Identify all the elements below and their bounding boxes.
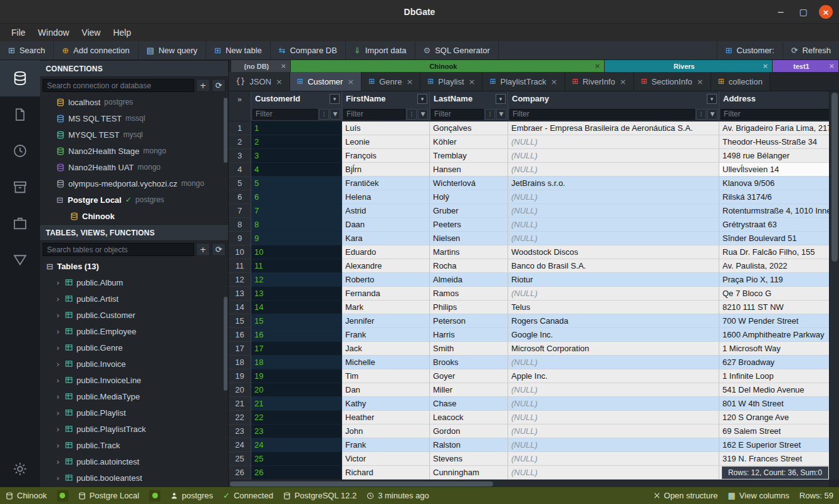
cell-address[interactable]: 319 N. Frances Street [719, 452, 829, 466]
column-dropdown-icon[interactable]: ▾ [496, 94, 506, 104]
row-number[interactable]: 21 [229, 397, 251, 411]
cell-company[interactable]: (NULL) [508, 190, 719, 204]
cell-address[interactable]: Theodor-Heuss-Straße 34 [719, 135, 829, 149]
filter-funnel-icon[interactable]: ▼ [330, 109, 340, 120]
cell-last-name[interactable]: Hansen [430, 163, 508, 177]
table-item[interactable]: › public.Album [40, 274, 228, 291]
table-item[interactable]: › public.InvoiceLine [40, 372, 228, 388]
vertical-scrollbar[interactable] [829, 91, 839, 480]
cell-address[interactable]: Rotenturmstraße 4, 1010 Innere Stadt [719, 204, 829, 218]
cell-address[interactable]: 801 W 4th Street [719, 397, 829, 411]
cell-last-name[interactable]: Chase [430, 397, 508, 411]
cell-company[interactable]: (NULL) [508, 452, 719, 466]
cell-address[interactable]: Qe 7 Bloco G [719, 287, 829, 301]
row-number[interactable]: 25 [229, 452, 251, 466]
toolbar-button[interactable]: ⊕ Add connection [54, 41, 138, 59]
filter-input[interactable] [509, 109, 695, 120]
cell-last-name[interactable]: Tremblay [430, 149, 508, 163]
tab-group[interactable]: Chinook × [291, 60, 604, 72]
cell-first-name[interactable]: Leonie [342, 135, 430, 149]
cell-first-name[interactable]: Michelle [342, 356, 430, 369]
table-item[interactable]: › public.Customer [40, 307, 228, 323]
filter-icon[interactable] [0, 242, 40, 278]
add-table-plus-icon[interactable]: + [196, 243, 210, 256]
cell-customer-id[interactable]: 26 [251, 466, 342, 480]
row-number[interactable]: 24 [229, 438, 251, 452]
filter-input[interactable] [721, 109, 829, 120]
row-number[interactable]: 18 [229, 356, 251, 369]
chevron-right-icon[interactable]: › [56, 424, 61, 434]
row-number[interactable]: 20 [229, 383, 251, 397]
cell-address[interactable]: 1600 Amphitheatre Parkway [719, 328, 829, 342]
add-connection-plus-icon[interactable]: + [196, 79, 210, 92]
cell-company[interactable]: (NULL) [508, 424, 719, 438]
chevron-right-icon[interactable]: › [56, 278, 61, 287]
table-item[interactable]: › public.MediaType [40, 388, 228, 404]
cell-company[interactable]: Microsoft Corporation [508, 342, 719, 356]
cell-last-name[interactable]: Gonçalves [430, 121, 508, 135]
table-item[interactable]: › public.Genre [40, 339, 228, 356]
cell-last-name[interactable]: Holý [430, 190, 508, 204]
cell-first-name[interactable]: Daan [342, 218, 430, 232]
tables-scrollbar[interactable] [224, 297, 227, 391]
cell-company[interactable]: Riotur [508, 273, 719, 287]
table-item[interactable]: › public.PlaylistTrack [40, 421, 228, 437]
cell-first-name[interactable]: Frank [342, 328, 430, 342]
cell-company[interactable]: Telus [508, 301, 719, 314]
cell-address[interactable]: 627 Broadway [719, 356, 829, 369]
cell-customer-id[interactable]: 24 [251, 438, 342, 452]
files-icon[interactable] [0, 96, 40, 133]
cell-address[interactable]: 1 Microsoft Way [719, 342, 829, 356]
cell-last-name[interactable]: Peeters [430, 218, 508, 232]
cell-address[interactable]: 1498 rue Bélanger [719, 149, 829, 163]
toolbar-button[interactable]: ⊞ Customer: [717, 41, 783, 59]
row-number[interactable]: 7 [229, 204, 251, 218]
chevron-right-icon[interactable]: › [56, 473, 61, 483]
connection-item[interactable]: ⊟ Postgre Local ✓ postgres [40, 192, 228, 208]
cell-first-name[interactable]: Eduardo [342, 245, 430, 259]
connections-icon[interactable] [0, 60, 40, 96]
tables-search-input[interactable] [43, 243, 194, 256]
cell-last-name[interactable]: Rocha [430, 259, 508, 273]
cell-customer-id[interactable]: 6 [251, 190, 342, 204]
cell-customer-id[interactable]: 25 [251, 452, 342, 466]
cell-first-name[interactable]: Roberto [342, 273, 430, 287]
column-header[interactable]: Address ▾ [719, 91, 829, 107]
row-number[interactable]: 10 [229, 245, 251, 259]
close-icon[interactable]: × [828, 62, 836, 70]
cell-last-name[interactable]: Köhler [430, 135, 508, 149]
tab-group[interactable]: (no DB) × [231, 60, 290, 72]
cell-first-name[interactable]: Kara [342, 232, 430, 245]
cell-customer-id[interactable]: 3 [251, 149, 342, 163]
menu-item[interactable]: File [5, 24, 32, 41]
cell-address[interactable]: 69 Salem Street [719, 424, 829, 438]
toolbar-button[interactable]: ⚙ SQL Generator [415, 41, 499, 59]
row-number[interactable]: 3 [229, 149, 251, 163]
cell-first-name[interactable]: Fernanda [342, 287, 430, 301]
cell-company[interactable]: (NULL) [508, 466, 719, 480]
cell-last-name[interactable]: Martins [430, 245, 508, 259]
cell-last-name[interactable]: Ramos [430, 287, 508, 301]
horizontal-scrollbar[interactable] [229, 480, 829, 487]
toolbar-button[interactable]: ▤ New query [138, 41, 206, 59]
column-dropdown-icon[interactable]: ▾ [417, 94, 427, 104]
cell-last-name[interactable]: Leacock [430, 411, 508, 424]
close-icon[interactable]: × [593, 62, 602, 70]
cell-address[interactable]: 162 E Superior Street [719, 438, 829, 452]
cell-last-name[interactable]: Smith [430, 342, 508, 356]
row-number[interactable]: 17 [229, 342, 251, 356]
tab[interactable]: ⊞ PlaylistTrack × [482, 72, 565, 91]
archive-icon[interactable] [0, 169, 40, 205]
cell-first-name[interactable]: Jack [342, 342, 430, 356]
cell-last-name[interactable]: Goyer [430, 369, 508, 383]
toolbar-button[interactable]: ⇆ Compare DB [271, 41, 346, 59]
minimize-icon[interactable]: − [774, 5, 788, 19]
cell-address[interactable]: Klanova 9/506 [719, 177, 829, 190]
maximize-icon[interactable]: ▢ [796, 5, 810, 19]
cell-first-name[interactable]: Dan [342, 383, 430, 397]
cell-customer-id[interactable]: 5 [251, 177, 342, 190]
tab[interactable]: ⊞ collection × [711, 72, 770, 91]
vertical-scrollbar-thumb[interactable] [831, 93, 838, 262]
cell-company[interactable]: JetBrains s.r.o. [508, 177, 719, 190]
cell-last-name[interactable]: Philips [430, 301, 508, 314]
